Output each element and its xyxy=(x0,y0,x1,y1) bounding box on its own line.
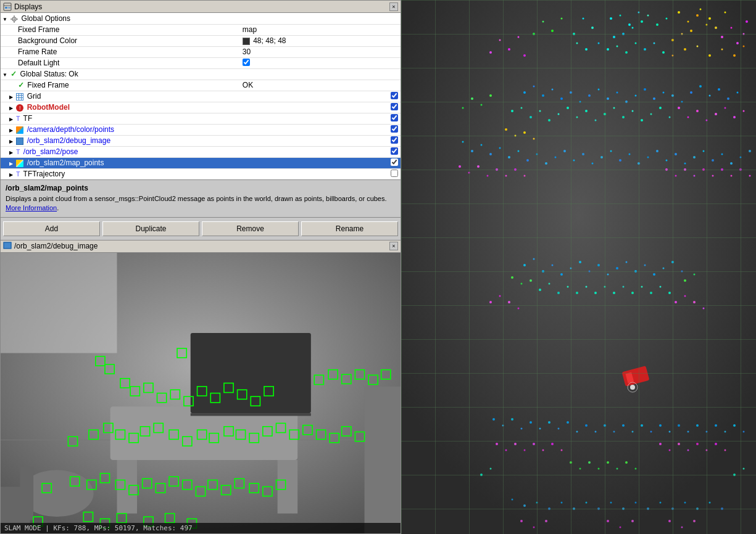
duplicate-button[interactable]: Duplicate xyxy=(102,221,199,236)
default-light-label: Default Light xyxy=(18,59,59,67)
orb-map-icon xyxy=(16,160,23,167)
orb-debug-checkbox[interactable] xyxy=(391,136,398,144)
orb-pose-row[interactable]: ▶ T /orb_slam2/pose xyxy=(1,146,401,157)
camera-depth-row[interactable]: ▶ /camera/depth/color/points xyxy=(1,124,401,135)
debug-image-content: SLAM MODE | KFs: 788, MPs: 50197, Matche… xyxy=(1,253,401,533)
bg-color-swatch[interactable] xyxy=(243,38,250,45)
orb-pose-expand[interactable]: ▶ xyxy=(9,150,13,155)
orb-map-label: /orb_slam2/map_points xyxy=(27,158,104,167)
tf-label: TF xyxy=(23,114,33,123)
debug-image-title: /orb_slam2/debug_image xyxy=(14,242,98,250)
description-text: Displays a point cloud from a sensor_msg… xyxy=(6,194,396,213)
fixed-frame-ok-value: OK xyxy=(243,81,253,89)
svg-point-5 xyxy=(14,18,15,20)
svg-rect-17 xyxy=(278,460,298,514)
orb-debug-row[interactable]: ▶ /orb_slam2/debug_image xyxy=(1,135,401,146)
robot-model-checkbox[interactable] xyxy=(391,103,398,110)
tf-trajectory-icon: T xyxy=(16,171,20,178)
orb-map-row[interactable]: ▶ /orb_slam2/map_points xyxy=(1,157,401,168)
global-status-expand[interactable]: ▼ xyxy=(2,72,7,78)
bg-color-label: Background Color xyxy=(18,36,77,45)
fixed-frame-label: Fixed Frame xyxy=(18,25,59,34)
svg-rect-3 xyxy=(8,7,10,9)
orb-map-checkbox[interactable] xyxy=(391,158,398,166)
displays-icon xyxy=(3,2,12,11)
debug-image-close-button[interactable]: × xyxy=(389,242,398,250)
global-options-label: Global Options xyxy=(22,14,70,23)
debug-image-panel: /orb_slam2/debug_image × xyxy=(0,240,401,534)
more-information-link[interactable]: More Information xyxy=(6,204,57,212)
description-title: /orb_slam2/map_points xyxy=(6,184,396,192)
robot-model-expand[interactable]: ▶ xyxy=(9,105,13,111)
frame-rate-row: Frame Rate 30 xyxy=(1,46,401,57)
description-body-text: Displays a point cloud from a sensor_msg… xyxy=(6,195,387,202)
camera-view: SLAM MODE | KFs: 788, MPs: 50197, Matche… xyxy=(1,253,401,533)
fixed-frame-ok-icon: ✓ xyxy=(18,81,24,89)
add-button[interactable]: Add xyxy=(3,221,100,236)
tf-expand[interactable]: ▶ xyxy=(9,117,13,122)
grid-expand[interactable]: ▶ xyxy=(9,94,13,100)
tf-icon: T xyxy=(16,115,20,122)
remove-button[interactable]: Remove xyxy=(202,221,299,236)
grid-icon xyxy=(16,93,23,101)
robot-model-error-icon: ! xyxy=(16,104,23,112)
tf-row[interactable]: ▶ T TF xyxy=(1,113,401,124)
slam-status-text: SLAM MODE | KFs: 788, MPs: 50197, Matche… xyxy=(4,524,193,532)
slam-status-bar: SLAM MODE | KFs: 788, MPs: 50197, Matche… xyxy=(1,523,401,533)
tf-trajectory-expand[interactable]: ▶ xyxy=(9,172,13,178)
grid-checkbox[interactable] xyxy=(391,92,398,99)
bg-color-value: 48; 48; 48 xyxy=(253,36,286,45)
debug-image-icon xyxy=(3,242,12,250)
global-status-label: Global Status: Ok xyxy=(20,70,78,78)
orb-pose-label: /orb_slam2/pose xyxy=(23,147,78,156)
orb-debug-label: /orb_slam2/debug_image xyxy=(27,136,110,145)
camera-depth-label: /camera/depth/color/points xyxy=(27,125,114,134)
svg-rect-19 xyxy=(191,413,311,416)
orb-pose-icon: T xyxy=(16,149,20,155)
camera-depth-icon xyxy=(16,126,23,134)
buttons-row: Add Duplicate Remove Rename xyxy=(0,218,401,240)
orb-debug-expand[interactable]: ▶ xyxy=(9,139,13,144)
grid-label: Grid xyxy=(27,92,41,101)
grid-overlay xyxy=(401,0,756,534)
fixed-frame-row: Fixed Frame map xyxy=(1,24,401,35)
svg-rect-23 xyxy=(365,387,401,533)
tf-trajectory-row[interactable]: ▶ T TFTrajectory xyxy=(1,168,401,179)
orb-pose-checkbox[interactable] xyxy=(391,147,398,155)
svg-rect-2 xyxy=(5,7,7,9)
fixed-frame-ok-label: Fixed Frame xyxy=(27,81,69,89)
global-status-row[interactable]: ▼ ✓ Global Status: Ok xyxy=(1,68,401,80)
fixed-frame-value[interactable]: map xyxy=(243,25,257,34)
tf-trajectory-label: TFTrajectory xyxy=(23,170,65,178)
global-status-ok-icon: ✓ xyxy=(10,70,17,78)
robot-model-row[interactable]: ▶ ! RobotModel xyxy=(1,102,401,113)
orb-debug-icon xyxy=(16,138,23,145)
slam-camera-svg xyxy=(1,253,401,533)
3d-viewport[interactable]: ◀ xyxy=(401,0,756,534)
svg-rect-10 xyxy=(4,242,11,249)
description-area: /orb_slam2/map_points Displays a point c… xyxy=(0,180,401,218)
robot-model-label: RobotModel xyxy=(27,103,70,112)
bg-color-row: Background Color 48; 48; 48 xyxy=(1,35,401,46)
global-options-row[interactable]: ▼ Global Options xyxy=(1,13,401,24)
tf-trajectory-checkbox[interactable] xyxy=(391,170,398,177)
fixed-frame-ok-row: ✓ Fixed Frame OK xyxy=(1,80,401,91)
gear-icon xyxy=(10,15,18,23)
orb-map-expand[interactable]: ▶ xyxy=(9,161,13,166)
frame-rate-label: Frame Rate xyxy=(18,47,57,56)
grid-item-row[interactable]: ▶ Grid xyxy=(1,91,401,102)
displays-close-button[interactable]: × xyxy=(389,2,398,11)
debug-image-titlebar: /orb_slam2/debug_image × xyxy=(1,240,401,253)
tf-checkbox[interactable] xyxy=(391,114,398,121)
frame-rate-value[interactable]: 30 xyxy=(243,47,251,56)
camera-depth-expand[interactable]: ▶ xyxy=(9,128,13,133)
default-light-row: Default Light xyxy=(1,57,401,68)
global-options-expand[interactable]: ▼ xyxy=(2,17,7,22)
displays-panel-title: Displays xyxy=(14,2,42,11)
default-light-checkbox[interactable] xyxy=(243,59,250,66)
svg-rect-16 xyxy=(117,460,138,514)
svg-rect-24 xyxy=(1,253,117,353)
rename-button[interactable]: Rename xyxy=(301,221,398,236)
camera-depth-checkbox[interactable] xyxy=(391,125,398,133)
